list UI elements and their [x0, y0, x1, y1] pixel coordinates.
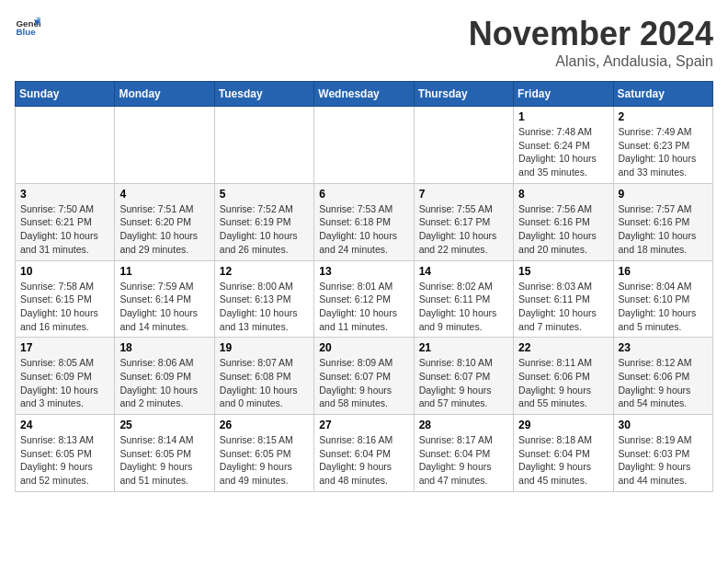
day-number: 25: [119, 419, 209, 431]
day-info: Sunrise: 7:50 AM Sunset: 6:21 PM Dayligh…: [20, 202, 109, 257]
day-number: 28: [419, 419, 508, 431]
day-number: 15: [518, 265, 608, 278]
day-number: 21: [419, 341, 508, 354]
calendar-header-cell: Sunday: [16, 82, 115, 107]
calendar-header-cell: Wednesday: [314, 82, 414, 107]
calendar-day-cell: 7Sunrise: 7:55 AM Sunset: 6:17 PM Daylig…: [414, 183, 513, 260]
logo: General Blue: [15, 15, 40, 40]
calendar-day-cell: 18Sunrise: 8:06 AM Sunset: 6:09 PM Dayli…: [115, 338, 214, 415]
day-info: Sunrise: 8:01 AM Sunset: 6:12 PM Dayligh…: [319, 280, 408, 334]
calendar-day-cell: 22Sunrise: 8:11 AM Sunset: 6:06 PM Dayli…: [514, 338, 613, 415]
calendar-day-cell: 1Sunrise: 7:48 AM Sunset: 6:24 PM Daylig…: [514, 107, 613, 184]
calendar-week-row: 17Sunrise: 8:05 AM Sunset: 6:09 PM Dayli…: [16, 338, 713, 415]
day-info: Sunrise: 7:58 AM Sunset: 6:15 PM Dayligh…: [20, 280, 109, 334]
calendar-day-cell: 21Sunrise: 8:10 AM Sunset: 6:07 PM Dayli…: [414, 338, 513, 415]
calendar-day-cell: 3Sunrise: 7:50 AM Sunset: 6:21 PM Daylig…: [16, 183, 115, 260]
calendar-day-cell: 30Sunrise: 8:19 AM Sunset: 6:03 PM Dayli…: [613, 415, 712, 492]
calendar-day-cell: 14Sunrise: 8:02 AM Sunset: 6:11 PM Dayli…: [414, 260, 513, 338]
calendar-week-row: 1Sunrise: 7:48 AM Sunset: 6:24 PM Daylig…: [16, 107, 713, 184]
calendar-header-cell: Monday: [115, 82, 214, 107]
day-info: Sunrise: 7:55 AM Sunset: 6:17 PM Dayligh…: [419, 202, 508, 257]
title-block: November 2024 Alanis, Andalusia, Spain: [469, 15, 713, 70]
calendar-day-cell: 11Sunrise: 7:59 AM Sunset: 6:14 PM Dayli…: [115, 260, 214, 338]
calendar-day-cell: 17Sunrise: 8:05 AM Sunset: 6:09 PM Dayli…: [16, 338, 115, 415]
day-info: Sunrise: 7:59 AM Sunset: 6:14 PM Dayligh…: [119, 280, 209, 334]
calendar-day-cell: [16, 107, 115, 184]
day-info: Sunrise: 8:14 AM Sunset: 6:05 PM Dayligh…: [119, 433, 209, 488]
day-number: 12: [220, 265, 309, 278]
calendar-day-cell: 4Sunrise: 7:51 AM Sunset: 6:20 PM Daylig…: [115, 183, 214, 260]
day-info: Sunrise: 8:03 AM Sunset: 6:11 PM Dayligh…: [518, 280, 608, 334]
calendar-day-cell: 12Sunrise: 8:00 AM Sunset: 6:13 PM Dayli…: [214, 260, 313, 338]
day-number: 13: [319, 265, 408, 278]
calendar-day-cell: 9Sunrise: 7:57 AM Sunset: 6:16 PM Daylig…: [613, 183, 712, 260]
day-info: Sunrise: 8:06 AM Sunset: 6:09 PM Dayligh…: [119, 356, 209, 410]
calendar-day-cell: 6Sunrise: 7:53 AM Sunset: 6:18 PM Daylig…: [314, 183, 414, 260]
month-title: November 2024: [469, 15, 713, 53]
day-number: 1: [518, 110, 608, 123]
day-number: 16: [619, 265, 708, 278]
calendar-body: 1Sunrise: 7:48 AM Sunset: 6:24 PM Daylig…: [16, 107, 713, 492]
day-number: 26: [220, 419, 309, 431]
day-info: Sunrise: 7:49 AM Sunset: 6:23 PM Dayligh…: [619, 125, 708, 179]
calendar-day-cell: 10Sunrise: 7:58 AM Sunset: 6:15 PM Dayli…: [16, 260, 115, 338]
day-info: Sunrise: 8:10 AM Sunset: 6:07 PM Dayligh…: [419, 356, 508, 410]
svg-text:Blue: Blue: [16, 27, 36, 37]
calendar-day-cell: 8Sunrise: 7:56 AM Sunset: 6:16 PM Daylig…: [514, 183, 613, 260]
day-number: 8: [518, 188, 608, 201]
calendar-day-cell: [214, 107, 313, 184]
day-info: Sunrise: 8:11 AM Sunset: 6:06 PM Dayligh…: [518, 356, 608, 410]
calendar-day-cell: 15Sunrise: 8:03 AM Sunset: 6:11 PM Dayli…: [514, 260, 613, 338]
day-number: 4: [119, 188, 209, 201]
day-number: 20: [319, 341, 408, 354]
day-info: Sunrise: 8:00 AM Sunset: 6:13 PM Dayligh…: [220, 280, 309, 334]
day-info: Sunrise: 8:02 AM Sunset: 6:11 PM Dayligh…: [419, 280, 508, 334]
day-number: 6: [319, 188, 408, 201]
calendar-table: SundayMondayTuesdayWednesdayThursdayFrid…: [15, 81, 713, 492]
calendar-day-cell: 27Sunrise: 8:16 AM Sunset: 6:04 PM Dayli…: [314, 415, 414, 492]
day-info: Sunrise: 8:16 AM Sunset: 6:04 PM Dayligh…: [319, 433, 408, 488]
calendar-day-cell: 16Sunrise: 8:04 AM Sunset: 6:10 PM Dayli…: [613, 260, 712, 338]
day-number: 24: [20, 419, 109, 431]
calendar-header-row: SundayMondayTuesdayWednesdayThursdayFrid…: [16, 82, 713, 107]
calendar-day-cell: 24Sunrise: 8:13 AM Sunset: 6:05 PM Dayli…: [16, 415, 115, 492]
calendar-day-cell: [414, 107, 513, 184]
day-info: Sunrise: 8:15 AM Sunset: 6:05 PM Dayligh…: [220, 433, 309, 488]
day-number: 27: [319, 419, 408, 431]
day-number: 14: [419, 265, 508, 278]
calendar-day-cell: 25Sunrise: 8:14 AM Sunset: 6:05 PM Dayli…: [115, 415, 214, 492]
day-number: 18: [119, 341, 209, 354]
day-number: 2: [619, 110, 708, 123]
day-number: 9: [619, 188, 708, 201]
day-info: Sunrise: 8:18 AM Sunset: 6:04 PM Dayligh…: [518, 433, 608, 488]
logo-icon: General Blue: [15, 15, 40, 40]
day-number: 19: [220, 341, 309, 354]
day-info: Sunrise: 7:56 AM Sunset: 6:16 PM Dayligh…: [518, 202, 608, 257]
day-number: 10: [20, 265, 109, 278]
calendar-header-cell: Thursday: [414, 82, 513, 107]
calendar-week-row: 24Sunrise: 8:13 AM Sunset: 6:05 PM Dayli…: [16, 415, 713, 492]
calendar-day-cell: 2Sunrise: 7:49 AM Sunset: 6:23 PM Daylig…: [613, 107, 712, 184]
calendar-day-cell: 20Sunrise: 8:09 AM Sunset: 6:07 PM Dayli…: [314, 338, 414, 415]
calendar-week-row: 10Sunrise: 7:58 AM Sunset: 6:15 PM Dayli…: [16, 260, 713, 338]
location-title: Alanis, Andalusia, Spain: [469, 53, 713, 70]
day-info: Sunrise: 8:05 AM Sunset: 6:09 PM Dayligh…: [20, 356, 109, 410]
day-info: Sunrise: 8:19 AM Sunset: 6:03 PM Dayligh…: [619, 433, 708, 488]
calendar-week-row: 3Sunrise: 7:50 AM Sunset: 6:21 PM Daylig…: [16, 183, 713, 260]
day-number: 22: [518, 341, 608, 354]
calendar-day-cell: 23Sunrise: 8:12 AM Sunset: 6:06 PM Dayli…: [613, 338, 712, 415]
calendar-header-cell: Saturday: [613, 82, 712, 107]
day-info: Sunrise: 7:57 AM Sunset: 6:16 PM Dayligh…: [619, 202, 708, 257]
calendar-day-cell: 5Sunrise: 7:52 AM Sunset: 6:19 PM Daylig…: [214, 183, 313, 260]
day-info: Sunrise: 8:09 AM Sunset: 6:07 PM Dayligh…: [319, 356, 408, 410]
calendar-day-cell: [314, 107, 414, 184]
calendar-header-cell: Tuesday: [214, 82, 313, 107]
day-number: 7: [419, 188, 508, 201]
calendar-day-cell: 29Sunrise: 8:18 AM Sunset: 6:04 PM Dayli…: [514, 415, 613, 492]
day-info: Sunrise: 8:07 AM Sunset: 6:08 PM Dayligh…: [220, 356, 309, 410]
day-info: Sunrise: 8:04 AM Sunset: 6:10 PM Dayligh…: [619, 280, 708, 334]
day-number: 5: [220, 188, 309, 201]
day-info: Sunrise: 7:52 AM Sunset: 6:19 PM Dayligh…: [220, 202, 309, 257]
day-info: Sunrise: 7:53 AM Sunset: 6:18 PM Dayligh…: [319, 202, 408, 257]
day-number: 30: [619, 419, 708, 431]
